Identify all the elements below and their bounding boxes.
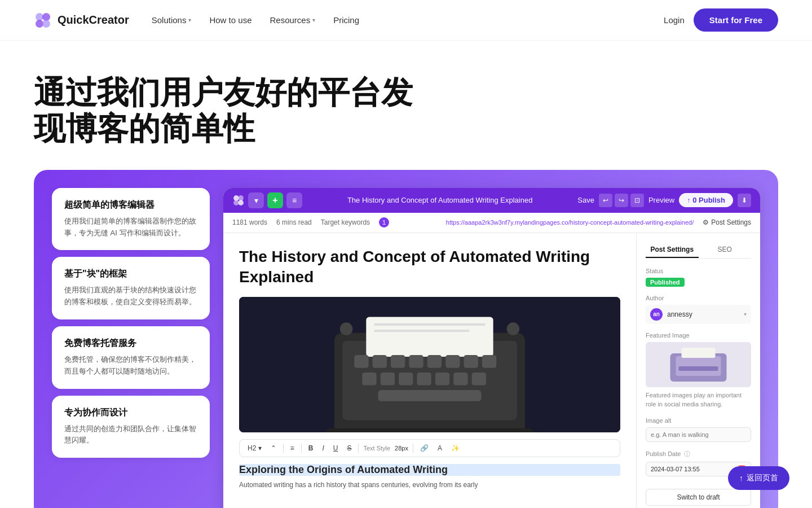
svg-rect-22: [362, 373, 376, 386]
keyword-count-badge: 1: [379, 217, 389, 227]
back-to-top-button[interactable]: ↑ 返回页首: [728, 466, 789, 490]
panel-tab-seo[interactable]: SEO: [699, 242, 752, 258]
svg-rect-23: [381, 373, 395, 386]
svg-rect-25: [417, 373, 431, 386]
nav-right: Login Start for Free: [664, 8, 778, 32]
author-avatar: an: [650, 308, 663, 321]
panel-image-alt-field: Image alt: [646, 417, 751, 442]
how-to-use-nav-link[interactable]: How to use: [209, 15, 251, 25]
editor-content: The History and Concept of Automated Wri…: [223, 233, 636, 508]
card-2-desc: 使用我们直观的基于块的结构快速设计您的博客和模板，使自定义变得轻而易举。: [64, 284, 197, 308]
pricing-nav-link[interactable]: Pricing: [333, 15, 359, 25]
toolbar-italic-button[interactable]: I: [320, 443, 326, 453]
editor-undo-button[interactable]: ↩: [599, 194, 612, 207]
login-button[interactable]: Login: [664, 15, 685, 25]
editor-redo-button[interactable]: ↪: [615, 194, 628, 207]
toolbar-bold-button[interactable]: B: [306, 443, 316, 453]
panel-featured-image: [646, 342, 751, 387]
editor-publish-button[interactable]: ↑ 0 Publish: [679, 193, 733, 207]
meta-keywords-label: Target keywords: [321, 218, 370, 226]
card-3-desc: 免费托管，确保您的博客不仅制作精美，而且每个人都可以随时随地访问。: [64, 354, 197, 378]
back-to-top-arrow-icon: ↑: [739, 474, 743, 483]
svg-rect-12: [374, 323, 485, 325]
panel-featured-image-field: Featured Image Featured images play an i…: [646, 332, 751, 409]
panel-tabs: Post Settings SEO: [646, 242, 751, 259]
svg-rect-15: [373, 355, 387, 368]
hero-section: 通过我们用户友好的平台发现博客的简单性: [0, 41, 812, 147]
feature-card-1: 超级简单的博客编辑器 使用我们超简单的博客编辑器制作您的故事，专为无缝 AI 写…: [52, 188, 210, 251]
toolbar-more-button[interactable]: ✨: [449, 443, 462, 453]
toolbar-text-style-label: Text Style: [363, 445, 390, 452]
svg-rect-36: [682, 348, 716, 358]
solutions-chevron-icon: ▾: [188, 17, 191, 23]
settings-icon: ⚙: [703, 218, 709, 226]
publish-icon: ↑: [687, 196, 690, 204]
editor-dropdown-button[interactable]: ▾: [248, 192, 264, 208]
editor-preview-button[interactable]: Preview: [648, 196, 674, 204]
card-4-desc: 通过共同的创造力和团队合作，让集体智慧闪耀。: [64, 423, 197, 447]
svg-point-30: [340, 322, 353, 335]
author-dropdown-icon: ▾: [744, 311, 747, 317]
svg-point-5: [238, 195, 244, 201]
meta-url: https://aaapa2rk3w3nf7y.mylandingpages.c…: [446, 219, 694, 226]
svg-rect-24: [399, 373, 413, 386]
editor-save-button[interactable]: Save: [577, 196, 594, 204]
editor-view-button[interactable]: ⊡: [630, 194, 644, 207]
panel-featured-image-hint: Featured images play an important role i…: [646, 391, 751, 409]
svg-rect-13: [374, 330, 469, 332]
editor-list-button[interactable]: ≡: [286, 192, 302, 208]
logo[interactable]: QuickCreator: [34, 11, 129, 29]
feature-card-3: 免费博客托管服务 免费托管，确保您的博客不仅制作精美，而且每个人都可以随时随地访…: [52, 326, 210, 389]
svg-rect-37: [679, 366, 718, 371]
svg-rect-16: [391, 355, 405, 368]
toolbar-up-button[interactable]: ⌃: [268, 443, 279, 453]
svg-rect-26: [435, 373, 449, 386]
resources-nav-link[interactable]: Resources ▾: [270, 15, 315, 25]
toolbar-underline-button[interactable]: U: [331, 443, 341, 453]
publish-label: 0 Publish: [692, 196, 725, 204]
feature-card-2: 基于"块"的框架 使用我们直观的基于块的结构快速设计您的博客和模板，使自定义变得…: [52, 257, 210, 319]
toolbar-text-style-size: 28px: [395, 445, 408, 452]
toolbar-color-button[interactable]: A: [435, 443, 444, 453]
panel-status-label: Status: [646, 268, 751, 274]
nav-left: QuickCreator Solutions ▾ How to use Reso…: [34, 11, 359, 29]
logo-text: QuickCreator: [58, 14, 129, 27]
toolbar-strikethrough-button[interactable]: S: [345, 443, 354, 453]
editor-body: The History and Concept of Automated Wri…: [223, 233, 760, 508]
editor-plus-button[interactable]: +: [267, 192, 283, 208]
svg-point-0: [36, 13, 43, 21]
panel-publish-date-label: Publish Date ⓘ: [646, 450, 751, 458]
svg-rect-17: [409, 355, 423, 368]
panel-date-value: 2024-03-07 13:55: [651, 466, 735, 472]
panel-author-label: Author: [646, 295, 751, 301]
card-2-title: 基于"块"的框架: [64, 268, 197, 280]
hero-title: 通过我们用户友好的平台发现博客的简单性: [34, 75, 429, 147]
panel-tab-post-settings[interactable]: Post Settings: [646, 242, 699, 258]
toolbar-separator-3: [358, 444, 359, 453]
editor-topbar: ▾ + ≡ The History and Concept of Automat…: [223, 188, 760, 213]
switch-to-draft-button[interactable]: Switch to draft: [646, 489, 751, 506]
start-for-free-button[interactable]: Start for Free: [694, 8, 778, 32]
panel-typewriter-mini: [646, 342, 751, 387]
panel-image-alt-input[interactable]: [646, 427, 751, 442]
toolbar-heading-button[interactable]: H2 ▾: [245, 443, 264, 453]
solutions-nav-link[interactable]: Solutions ▾: [152, 15, 192, 25]
logo-icon: [34, 11, 52, 29]
panel-status-badge: Published: [646, 278, 685, 287]
svg-rect-14: [354, 355, 368, 368]
editor-download-button[interactable]: ⬇: [738, 194, 751, 207]
svg-point-7: [238, 200, 244, 205]
editor-logo-icon: [232, 194, 245, 207]
resources-chevron-icon: ▾: [312, 17, 315, 23]
meta-read-time: 6 mins read: [276, 218, 312, 226]
toolbar-align-button[interactable]: ≡: [288, 443, 297, 453]
toolbar-link-button[interactable]: 🔗: [418, 443, 431, 453]
panel-author-field: Author an annessy ▾: [646, 295, 751, 324]
nav-links: Solutions ▾ How to use Resources ▾ Prici…: [152, 15, 359, 25]
svg-rect-32: [326, 428, 533, 432]
post-settings-button[interactable]: ⚙ Post Settings: [703, 218, 751, 226]
card-3-title: 免费博客托管服务: [64, 338, 197, 349]
editor-formatting-toolbar: H2 ▾ ⌃ ≡ B I U S Text Style 28px 🔗 A: [239, 439, 620, 457]
svg-rect-11: [366, 317, 493, 356]
svg-rect-18: [427, 355, 442, 368]
